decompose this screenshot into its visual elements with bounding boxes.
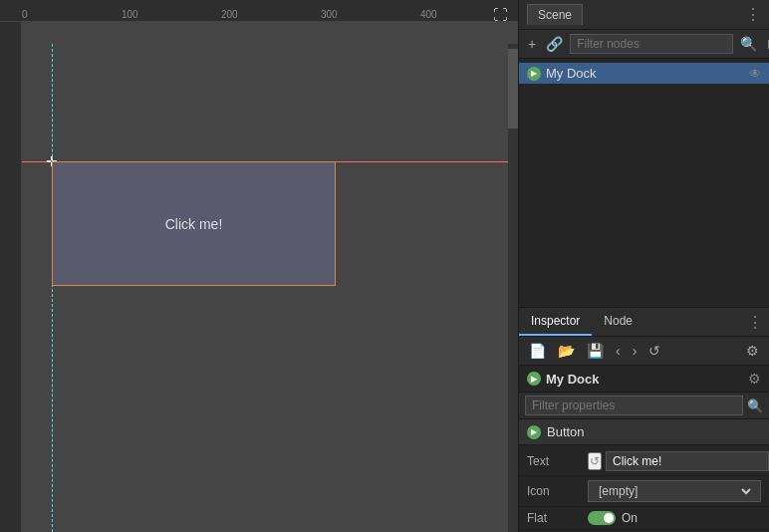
prop-row-icon: Icon [empty]	[519, 476, 769, 507]
right-panel: Scene ⋮ + 🔗 🔍 ⊞ ▶ My Dock 👁 Inspector No…	[518, 0, 769, 532]
filter-properties-row: 🔍	[519, 393, 769, 419]
scene-search-input[interactable]	[570, 34, 733, 54]
flat-toggle[interactable]	[588, 511, 616, 525]
scene-tab[interactable]: Scene	[527, 4, 583, 25]
add-node-button[interactable]: +	[525, 34, 539, 54]
prop-value-icon: [empty]	[588, 480, 761, 502]
prop-value-text: ↺	[588, 451, 769, 471]
flat-toggle-container: On	[588, 511, 638, 525]
tree-item-label: My Dock	[546, 66, 597, 81]
node-settings-button[interactable]: ⚙	[742, 341, 763, 361]
link-button[interactable]: 🔗	[543, 34, 566, 54]
scene-search-button[interactable]: 🔍	[737, 34, 760, 54]
node-label-text: My Dock	[546, 372, 599, 387]
toggle-thumb	[604, 513, 614, 523]
ruler-mark-400: 400	[420, 9, 437, 21]
viewport-toolbar: ⛶	[483, 0, 518, 29]
ruler-marks: 0 100 200 300 400	[22, 0, 518, 21]
filter-search-button[interactable]: 🔍	[747, 399, 763, 413]
scene-layout-button[interactable]: ⊞	[764, 34, 769, 54]
tab-node[interactable]: Node	[592, 308, 644, 336]
guide-vertical	[52, 44, 53, 532]
viewport: ⛶ 0 100 200 300 400 ✛ Click me!	[0, 0, 518, 532]
canvas-area[interactable]: ✛ Click me!	[22, 22, 518, 532]
maximize-button[interactable]: ⛶	[489, 4, 512, 25]
back-button[interactable]: ‹	[612, 341, 625, 361]
ruler-horizontal: 0 100 200 300 400	[0, 0, 518, 22]
filter-properties-input[interactable]	[525, 396, 743, 415]
text-input[interactable]	[606, 451, 769, 471]
ruler-mark-0: 0	[22, 9, 28, 21]
new-script-button[interactable]: 📄	[525, 341, 550, 361]
widget-label: Click me!	[165, 216, 223, 232]
tree-item-mydock[interactable]: ▶ My Dock 👁	[519, 63, 769, 84]
open-script-button[interactable]: 📂	[554, 341, 579, 361]
inspector-more-button[interactable]: ⋮	[741, 313, 769, 332]
inspector-toolbar: 📄 📂 💾 ‹ › ↺ ⚙	[519, 337, 769, 366]
scrollbar-vertical[interactable]	[508, 44, 518, 532]
prop-label-icon: Icon	[527, 484, 582, 498]
ruler-mark-300: 300	[321, 9, 338, 21]
save-script-button[interactable]: 💾	[583, 341, 608, 361]
node-icon-inspector: ▶	[527, 372, 541, 386]
forward-button[interactable]: ›	[629, 341, 641, 361]
node-label-row: ▶ My Dock ⚙	[519, 366, 769, 393]
button-section-header: ▶ Button	[519, 419, 769, 445]
prop-row-text: Text ↺	[519, 447, 769, 476]
properties-list: Text ↺ Icon [empty] Flat	[519, 445, 769, 532]
prop-label-text: Text	[527, 454, 582, 468]
prop-label-flat: Flat	[527, 511, 582, 525]
node-label-settings[interactable]: ⚙	[748, 371, 761, 387]
widget-button[interactable]: Click me!	[52, 161, 336, 286]
inspector-header: Inspector Node ⋮	[519, 307, 769, 337]
ruler-mark-100: 100	[122, 9, 138, 21]
ruler-vertical	[0, 22, 22, 532]
ruler-mark-200: 200	[221, 9, 238, 21]
scene-tree: ▶ My Dock 👁	[519, 59, 769, 307]
scrollbar-thumb[interactable]	[508, 49, 518, 129]
tab-inspector[interactable]: Inspector	[519, 308, 592, 336]
text-reset-button[interactable]: ↺	[588, 452, 602, 470]
prop-row-flat: Flat On	[519, 507, 769, 530]
node-icon-mydock: ▶	[527, 67, 541, 81]
scene-header: Scene ⋮	[519, 0, 769, 30]
history-button[interactable]: ↺	[644, 341, 664, 361]
button-section-icon: ▶	[527, 425, 541, 439]
icon-select[interactable]: [empty]	[595, 483, 754, 499]
visibility-toggle-mydock[interactable]: 👁	[749, 67, 761, 81]
button-section-label: Button	[547, 424, 585, 439]
scene-more-button[interactable]: ⋮	[745, 5, 761, 24]
prop-value-flat: On	[588, 511, 761, 525]
flat-toggle-label: On	[622, 511, 638, 525]
scene-toolbar: + 🔗 🔍 ⊞	[519, 30, 769, 59]
